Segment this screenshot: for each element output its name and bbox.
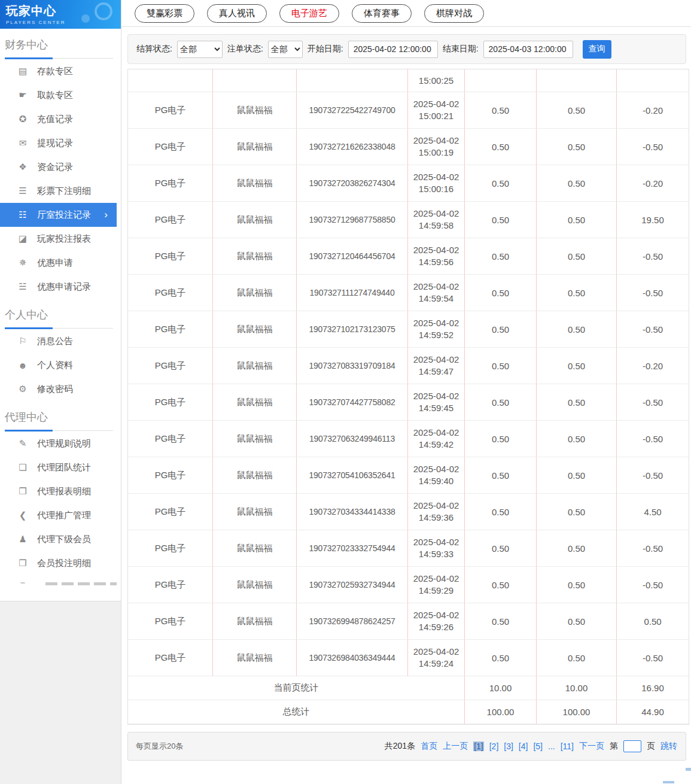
stats-icon: ❏ [17, 462, 29, 473]
order-status-label: 注单状态: [227, 44, 263, 54]
page-1-link[interactable]: [1] [473, 742, 484, 751]
game-cell: 鼠鼠福福 [213, 421, 297, 457]
tab-live-video[interactable]: 真人视讯 [207, 4, 267, 23]
sidebar-item-change-password: 修改密码 ⚙ 修改密码 [0, 377, 121, 401]
sidebar-item-row[interactable]: ⚙ 修改密码 [0, 377, 117, 401]
sidebar-item-row[interactable]: ❒ 会员投注明细 [0, 551, 117, 575]
game-category-tabbar: 雙赢彩票 真人视讯 电子游艺 体育赛事 棋牌对战 [121, 0, 691, 27]
sidebar-item-row[interactable]: ☱ 优惠申请记录 [0, 275, 117, 299]
chevron-right-icon: › [104, 209, 108, 221]
time-text: 14:59:29 [419, 585, 453, 597]
record-list-icon: ☱ [17, 281, 29, 292]
start-date-label: 开始日期: [308, 44, 343, 54]
game-cell: 鼠鼠福福 [213, 129, 297, 165]
tab-shuangying-lottery[interactable]: 雙赢彩票 [135, 4, 194, 23]
bet-amount-cell: 0.50 [465, 457, 537, 494]
valid-amount-cell: 0.50 [537, 421, 617, 457]
sidebar-item-agent-rules: 代理规则说明 ✎ 代理规则说明 [0, 431, 121, 455]
end-date-input[interactable] [483, 41, 573, 58]
valid-amount-cell: 0.50 [537, 202, 617, 238]
platform-cell: PG电子 [128, 567, 213, 603]
order-no-cell: 1907327025932734944 [297, 567, 408, 603]
page-4-link[interactable]: [4] [519, 742, 528, 751]
game-cell: 鼠鼠福福 [213, 384, 297, 421]
bet-amount-cell: 0.50 [465, 421, 537, 457]
sidebar-item-label: 会员投注明细 [37, 558, 91, 569]
game-cell [213, 69, 297, 92]
jump-page-input[interactable] [623, 740, 641, 752]
platform-cell: PG电子 [128, 603, 213, 640]
sidebar-item-label: 充值记录 [37, 114, 73, 125]
sidebar-item-row[interactable]: ❏ 代理团队统计 [0, 455, 117, 479]
sidebar-item-label: 个人资料 [37, 360, 73, 371]
winloss-cell: -0.20 [617, 92, 689, 129]
clipboard-icon: ❒ [17, 558, 29, 569]
tab-chess-cards[interactable]: 棋牌对战 [424, 4, 484, 23]
bet-amount-cell: 0.50 [465, 92, 537, 129]
bet-amount-cell: 0.50 [465, 311, 537, 348]
sidebar-item-row[interactable]: ◪ 玩家投注报表 [0, 227, 117, 251]
sidebar-item-row[interactable]: ⚐ 消息公告 [0, 329, 117, 353]
settle-status-select[interactable]: 全部 [177, 41, 223, 58]
sidebar-item-row[interactable]: ❐ 代理报表明细 [0, 479, 117, 503]
time-cell: 15:00:25 [408, 69, 465, 92]
game-cell: 鼠鼠福福 [213, 640, 297, 676]
platform-cell: PG电子 [128, 421, 213, 457]
winloss-cell: -0.50 [617, 457, 689, 494]
sidebar-item-row[interactable]: ♟ 代理下级会员 [0, 527, 117, 551]
page-next-link[interactable]: 下一页 [579, 741, 604, 752]
date-text: 2025-04-02 [413, 354, 459, 366]
page-prev-link[interactable]: 上一页 [443, 741, 468, 752]
moneybag-icon: ✪ [17, 114, 29, 124]
sidebar-item-row[interactable]: ✪ 充值记录 [0, 107, 117, 131]
page-2-link[interactable]: [2] [489, 742, 499, 751]
sidebar-item-agent-promotion: 代理推广管理 ❮ 代理推广管理 [0, 503, 121, 527]
winloss-cell: -0.50 [617, 530, 689, 567]
list-icon: ☰ [17, 186, 29, 196]
jump-go-link[interactable]: 跳转 [660, 741, 677, 752]
order-no-cell: 1907327023332754944 [297, 530, 408, 567]
valid-amount-cell: 0.50 [537, 275, 617, 311]
page-ellipsis[interactable]: ... [548, 742, 555, 751]
section-personal-center: 个人中心 个人中心 [0, 299, 121, 329]
tab-electronic-games[interactable]: 电子游艺 [279, 4, 339, 23]
page-11-link[interactable]: [11] [561, 742, 574, 751]
valid-amount-cell: 0.50 [537, 348, 617, 384]
floating-widget-fragment [663, 781, 674, 783]
sidebar-item-row[interactable]: ❖ 资金记录 [0, 155, 117, 179]
logo-banner: 玩家中心 PLAYERS CENTER [0, 0, 121, 29]
sidebar-item-row[interactable]: ▬ [0, 575, 117, 593]
order-status-select[interactable]: 全部 [268, 41, 303, 58]
sidebar-item-row[interactable]: ▤ 存款专区 [0, 59, 117, 83]
valid-amount-cell: 0.50 [537, 238, 617, 275]
sidebar-item-row[interactable]: ✵ 优惠申请 [0, 251, 117, 275]
page-5-link[interactable]: [5] [533, 742, 543, 751]
summary-bet-cell: 100.00 [465, 700, 537, 724]
sidebar-item-row[interactable]: ✉ 提现记录 [0, 131, 117, 155]
page-3-link[interactable]: [3] [504, 742, 513, 751]
sidebar-item-row[interactable]: ❮ 代理推广管理 [0, 503, 117, 527]
sidebar-item-player-bet-report: 玩家投注报表 ◪ 玩家投注报表 [0, 227, 121, 251]
gear-icon: ⚙ [17, 384, 29, 394]
sidebar-item-row[interactable]: ☷ 厅室投注记录 › [0, 203, 117, 227]
sidebar-item-label: 提现记录 [37, 138, 73, 149]
page-first-link[interactable]: 首页 [421, 741, 437, 752]
winloss-cell: -0.20 [617, 348, 689, 384]
platform-cell: PG电子 [128, 275, 213, 311]
pagination-controls: 共201条 首页 上一页 [1] [2] [3] [4] [5] ... [385, 740, 677, 752]
time-text: 15:00:16 [419, 183, 453, 195]
time-text: 14:59:52 [419, 329, 453, 341]
order-no-cell: 1907326994878624257 [297, 603, 408, 640]
sidebar-item-row[interactable]: ☻ 个人资料 [0, 353, 117, 377]
sidebar-item-row[interactable]: ☛ 取款专区 [0, 83, 117, 107]
summary-bet-cell: 10.00 [465, 676, 537, 700]
query-button[interactable]: 查询 [583, 40, 611, 59]
time-text: 14:59:58 [419, 220, 453, 232]
date-text: 2025-04-02 [413, 573, 459, 585]
sidebar-item-row[interactable]: ☰ 彩票下注明细 [0, 179, 117, 203]
start-date-input[interactable] [348, 41, 438, 58]
bet-amount-cell: 0.50 [465, 275, 537, 311]
tab-sports[interactable]: 体育赛事 [352, 4, 412, 23]
sidebar-item-row[interactable]: ✎ 代理规则说明 [0, 431, 117, 455]
withdraw-hand-icon: ☛ [17, 90, 29, 101]
